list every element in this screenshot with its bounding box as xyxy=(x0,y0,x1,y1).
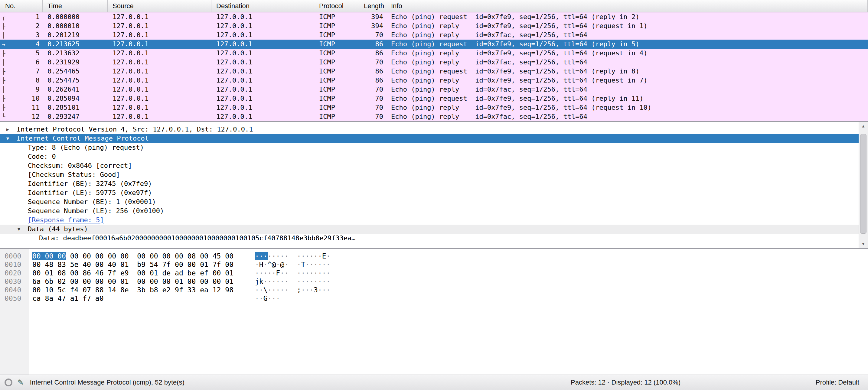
column-header-time[interactable]: Time xyxy=(43,0,108,12)
hex-byte[interactable]: f4 xyxy=(70,286,79,294)
hex-byte[interactable]: 00 xyxy=(108,252,116,260)
ascii-column[interactable]: ··\····· ;···3··· xyxy=(255,286,330,294)
hex-byte[interactable]: 01 xyxy=(120,261,129,268)
hex-byte[interactable]: 01 xyxy=(45,269,54,277)
hex-byte[interactable]: 01 xyxy=(120,278,129,285)
hex-byte[interactable]: 8e xyxy=(120,286,129,294)
hex-byte[interactable]: 00 xyxy=(83,278,91,285)
hex-byte[interactable]: 00 xyxy=(187,278,196,285)
hex-byte[interactable]: 6b xyxy=(45,278,54,285)
packet-row[interactable]: ├80.254475127.0.0.1127.0.0.1ICMP86Echo (… xyxy=(0,76,868,85)
hex-byte[interactable]: be xyxy=(187,269,196,277)
detail-tree-item[interactable]: Sequence Number (BE): 1 (0x0001) xyxy=(0,197,868,206)
hex-byte[interactable]: 00 xyxy=(95,261,104,268)
status-profile[interactable]: Profile: Default xyxy=(816,375,859,390)
response-frame-link[interactable]: [Response frame: 5] xyxy=(0,216,868,225)
packet-row[interactable]: ├100.285094127.0.0.1127.0.0.1ICMP70Echo … xyxy=(0,94,868,103)
hex-byte[interactable]: 00 xyxy=(45,252,54,260)
hex-byte[interactable]: 01 xyxy=(200,261,208,268)
hex-byte[interactable]: 7f xyxy=(162,261,170,268)
hex-byte[interactable]: a1 xyxy=(70,294,79,302)
hex-byte[interactable]: 33 xyxy=(187,286,196,294)
hex-byte[interactable]: 01 xyxy=(150,269,158,277)
detail-tree-item[interactable]: ▼Data (44 bytes) xyxy=(0,225,868,234)
packet-row[interactable]: └120.293247127.0.0.1127.0.0.1ICMP70Echo … xyxy=(0,112,868,121)
column-header-destination[interactable]: Destination xyxy=(211,0,314,12)
ascii-column[interactable]: ··G··· xyxy=(255,294,280,303)
detail-tree-item[interactable]: Code: 0 xyxy=(0,152,868,161)
hex-byte[interactable]: 00 xyxy=(187,261,196,268)
hex-byte[interactable]: 45 xyxy=(213,252,221,260)
hex-byte[interactable]: 00 xyxy=(200,252,208,260)
hex-byte[interactable]: 01 xyxy=(225,269,234,277)
hex-byte[interactable]: 00 xyxy=(150,252,158,260)
hex-byte[interactable]: 47 xyxy=(58,294,66,302)
hex-byte[interactable]: 00 xyxy=(225,261,234,268)
column-header-info[interactable]: Info xyxy=(386,0,868,12)
hex-byte[interactable]: b8 xyxy=(150,286,158,294)
hex-byte[interactable]: 00 xyxy=(213,269,221,277)
packet-row[interactable]: │90.262641127.0.0.1127.0.0.1ICMP70Echo (… xyxy=(0,85,868,94)
hex-byte[interactable]: 40 xyxy=(108,261,116,268)
hex-byte[interactable]: 00 xyxy=(95,278,104,285)
hex-byte[interactable]: 00 xyxy=(162,252,170,260)
hex-byte[interactable]: de xyxy=(162,269,170,277)
hex-byte[interactable]: f7 xyxy=(83,294,91,302)
hex-byte[interactable]: 9f xyxy=(175,286,183,294)
hex-row[interactable]: 002000 01 08 00 86 46 7f e9 00 01 de ad … xyxy=(0,269,868,277)
hex-byte[interactable]: 00 xyxy=(150,278,158,285)
hex-byte[interactable]: 00 xyxy=(95,252,104,260)
hex-byte[interactable]: 46 xyxy=(95,269,104,277)
hex-byte[interactable]: 00 xyxy=(70,269,79,277)
hex-byte[interactable]: 54 xyxy=(150,261,158,268)
hex-row[interactable]: 001000 48 83 5e 40 00 40 01 b9 54 7f 00 … xyxy=(0,260,868,269)
hex-byte[interactable]: 00 xyxy=(213,278,221,285)
hex-byte[interactable]: 5e xyxy=(70,261,79,268)
hex-byte[interactable]: 00 xyxy=(120,252,129,260)
detail-tree-item[interactable]: ▶Internet Protocol Version 4, Src: 127.0… xyxy=(0,125,868,134)
packet-row[interactable]: ├20.000010127.0.0.1127.0.0.1ICMP394Echo … xyxy=(0,22,868,31)
packet-row[interactable]: │30.201219127.0.0.1127.0.0.1ICMP70Echo (… xyxy=(0,31,868,40)
hex-byte[interactable]: 00 xyxy=(200,278,208,285)
packet-row[interactable]: │60.231929127.0.0.1127.0.0.1ICMP70Echo (… xyxy=(0,58,868,67)
hex-byte[interactable]: 01 xyxy=(225,278,234,285)
capture-comment-icon[interactable]: ✎ xyxy=(17,379,24,386)
ascii-column[interactable]: ·····F·· ········ xyxy=(255,269,330,277)
scroll-up-icon[interactable]: ▲ xyxy=(859,122,868,130)
expanded-expander-icon[interactable]: ▼ xyxy=(18,225,28,234)
hex-row[interactable]: 00306a 6b 02 00 00 00 00 01 00 00 00 01 … xyxy=(0,277,868,286)
scroll-down-icon[interactable]: ▼ xyxy=(859,240,868,248)
detail-tree-item[interactable]: [Checksum Status: Good] xyxy=(0,170,868,179)
hex-byte[interactable]: 10 xyxy=(45,286,54,294)
detail-tree-item[interactable]: Type: 8 (Echo (ping) request) xyxy=(0,143,868,152)
hex-byte[interactable]: 00 xyxy=(58,252,66,260)
hex-byte[interactable]: 00 xyxy=(32,261,41,268)
expanded-expander-icon[interactable]: ▼ xyxy=(6,134,17,143)
hex-byte[interactable]: 3b xyxy=(137,286,146,294)
hex-byte[interactable]: 00 xyxy=(108,278,116,285)
hex-byte[interactable]: 12 xyxy=(213,286,221,294)
hex-byte[interactable]: 40 xyxy=(83,261,91,268)
hex-byte[interactable]: 8a xyxy=(45,294,54,302)
hex-byte[interactable]: 00 xyxy=(137,278,146,285)
column-header-length[interactable]: Length xyxy=(359,0,386,12)
detail-tree-item[interactable]: Identifier (BE): 32745 (0x7fe9) xyxy=(0,179,868,188)
hex-byte[interactable]: e9 xyxy=(120,269,129,277)
hex-byte[interactable]: 00 xyxy=(162,278,170,285)
hex-byte[interactable]: ca xyxy=(32,294,41,302)
hex-byte[interactable]: 6a xyxy=(32,278,41,285)
column-header-protocol[interactable]: Protocol xyxy=(314,0,359,12)
packet-row[interactable]: ├110.285101127.0.0.1127.0.0.1ICMP70Echo … xyxy=(0,103,868,112)
ascii-column[interactable]: ········ ······E· xyxy=(255,252,330,260)
ascii-column[interactable]: jk······ ········ xyxy=(255,277,330,286)
hex-byte[interactable]: 00 xyxy=(175,252,183,260)
packet-row[interactable]: ┌10.000000127.0.0.1127.0.0.1ICMP394Echo … xyxy=(0,12,868,22)
scrollbar-thumb[interactable] xyxy=(860,134,867,234)
expert-info-icon[interactable] xyxy=(4,379,12,386)
detail-tree-item[interactable]: ▼Internet Control Message Protocol xyxy=(0,134,868,143)
collapsed-expander-icon[interactable]: ▶ xyxy=(6,125,17,134)
detail-tree-item[interactable]: Identifier (LE): 59775 (0xe97f) xyxy=(0,188,868,197)
hex-byte[interactable]: 83 xyxy=(58,261,66,268)
hex-byte[interactable]: ad xyxy=(175,269,183,277)
hex-row[interactable]: 004000 10 5c f4 07 88 14 8e 3b b8 e2 9f … xyxy=(0,286,868,294)
